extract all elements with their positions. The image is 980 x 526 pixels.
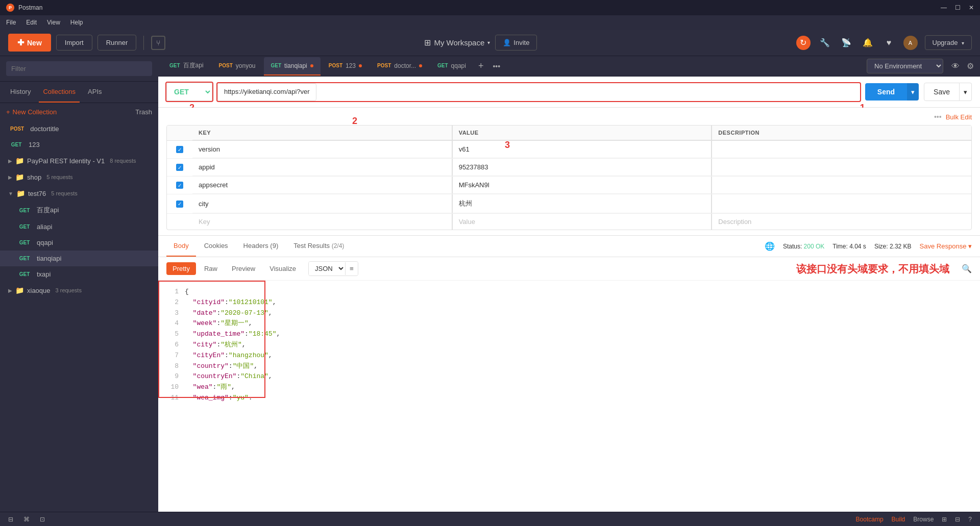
heart-icon[interactable]: ♥	[882, 36, 896, 50]
folder-paypal[interactable]: ▶ 📁 PayPal REST Identity - V1 8 requests	[0, 153, 158, 169]
tool-icon[interactable]: 🔧	[818, 36, 832, 50]
invite-button[interactable]: 👤 Invite	[495, 35, 537, 51]
close-btn[interactable]: ✕	[969, 4, 974, 11]
resp-tab-cookies[interactable]: Cookies	[197, 236, 235, 257]
resp-tab-headers[interactable]: Headers (9)	[236, 236, 286, 257]
satellite-icon[interactable]: 📡	[839, 36, 853, 50]
sidebar-tab-history[interactable]: History	[6, 82, 35, 103]
tab-tianqiapi[interactable]: GET tianqiapi	[264, 57, 321, 76]
list-item[interactable]: POST doctortitle	[0, 121, 158, 137]
list-item[interactable]: GET qqapi	[0, 235, 158, 251]
trash-button[interactable]: Trash	[135, 108, 152, 116]
workspace-label: My Workspace	[434, 38, 484, 47]
avatar[interactable]: A	[903, 36, 918, 50]
list-item[interactable]: GET 百度api	[0, 202, 158, 219]
fork-btn[interactable]: ⑂	[151, 36, 165, 50]
list-item[interactable]: GET aliapi	[0, 219, 158, 235]
menu-edit[interactable]: Edit	[26, 19, 37, 26]
search-input[interactable]	[6, 61, 152, 76]
menu-help[interactable]: Help	[70, 19, 83, 26]
save-response-button[interactable]: Save Response ▾	[920, 242, 972, 250]
tab-name: doctor...	[394, 62, 416, 69]
response-body: Pretty Raw Preview Visualize JSON ≡	[158, 257, 980, 512]
new-collection-button[interactable]: + New Collection	[6, 108, 57, 116]
browse-label[interactable]: Browse	[913, 516, 934, 523]
tab-123[interactable]: POST 123	[322, 57, 369, 76]
json-colon: :	[229, 361, 233, 372]
status-200: 200 OK	[804, 243, 825, 250]
add-tab-button[interactable]: +	[474, 59, 488, 73]
bell-icon[interactable]: 🔔	[861, 36, 875, 50]
split-icon[interactable]: ⊟	[955, 516, 960, 523]
key-appsecret: appsecret	[192, 177, 452, 194]
import-button[interactable]: Import	[56, 35, 92, 51]
resp-tab-tests[interactable]: Test Results (2/4)	[286, 236, 351, 257]
checkbox-appid[interactable]: ✓	[176, 164, 183, 171]
bootcamp-btn[interactable]: Bootcamp	[856, 516, 884, 523]
tab-doctor[interactable]: POST doctor...	[370, 57, 429, 76]
json-colon: :	[244, 329, 249, 340]
list-item-tianqiapi[interactable]: GET tianqiapi	[0, 251, 158, 266]
format-raw-btn[interactable]: Raw	[198, 262, 224, 275]
json-comma: ,	[268, 308, 273, 319]
resp-tab-body[interactable]: Body	[166, 236, 196, 257]
save-button[interactable]: Save	[924, 83, 960, 101]
sort-icon[interactable]: ≡	[345, 262, 358, 275]
minimize-btn[interactable]: —	[941, 4, 947, 11]
build-label[interactable]: Build	[892, 516, 905, 523]
method-badge: POST	[8, 126, 26, 132]
line-number: 10	[166, 382, 179, 393]
folder-xiaoque[interactable]: ▶ 📁 xiaoque 3 requests	[0, 282, 158, 298]
json-colon: :	[229, 393, 233, 404]
environment-select[interactable]: No Environment	[867, 59, 943, 73]
send-dropdown-button[interactable]: ▾	[907, 83, 919, 101]
folder-icon: 📁	[15, 173, 24, 181]
url-input[interactable]	[217, 83, 316, 101]
bulk-edit-button[interactable]: Bulk Edit	[946, 113, 972, 121]
method-select[interactable]: GET	[166, 83, 212, 101]
chevron-right-icon: ▶	[8, 158, 12, 164]
layout-icon[interactable]: ⊟	[8, 516, 13, 523]
console-icon[interactable]: ⌘	[23, 516, 30, 523]
eye-icon[interactable]: 👁	[951, 62, 960, 71]
add-key-placeholder: Key	[192, 214, 452, 230]
layout-grid-icon[interactable]: ⊞	[942, 516, 947, 523]
gear-icon[interactable]: ⚙	[967, 61, 974, 71]
format-preview-btn[interactable]: Preview	[226, 262, 261, 275]
method-label: POST	[219, 63, 233, 68]
upgrade-button[interactable]: Upgrade ▾	[925, 35, 972, 50]
new-button[interactable]: ✚ New	[8, 34, 51, 52]
runner-button[interactable]: Runner	[97, 35, 137, 51]
checkbox-city[interactable]: ✓	[176, 201, 183, 208]
menu-file[interactable]: File	[6, 19, 16, 26]
json-colon: :	[216, 340, 220, 350]
json-comma: ,	[276, 329, 280, 340]
sidebar-tab-collections[interactable]: Collections	[39, 82, 80, 103]
format-preview-label: Preview	[232, 265, 255, 272]
checkbox-version[interactable]: ✓	[176, 146, 183, 153]
search-response-btn[interactable]: 🔍	[962, 264, 972, 273]
send-button[interactable]: Send	[865, 83, 907, 101]
sync-icon[interactable]: ↻	[796, 36, 811, 50]
format-type-select[interactable]: JSON	[309, 262, 345, 275]
help-icon[interactable]: ?	[968, 516, 972, 523]
cookie-icon[interactable]: ⊡	[40, 516, 45, 523]
tab-qqapi[interactable]: GET qqapi	[430, 57, 473, 76]
more-tabs-button[interactable]: •••	[488, 60, 504, 72]
save-dropdown-button[interactable]: ▾	[960, 83, 972, 101]
folder-icon: 📁	[16, 189, 25, 197]
format-pretty-btn[interactable]: Pretty	[166, 262, 196, 275]
folder-test76[interactable]: ▼ 📁 test76 5 requests	[0, 185, 158, 202]
tab-baidu[interactable]: GET 百度api	[162, 56, 211, 76]
workspace-button[interactable]: ⊞ My Workspace ▾	[424, 38, 490, 47]
checkbox-appsecret[interactable]: ✓	[176, 182, 183, 189]
menu-view[interactable]: View	[47, 19, 60, 26]
format-visualize-btn[interactable]: Visualize	[263, 262, 302, 275]
list-item[interactable]: GET 123	[0, 137, 158, 153]
sidebar-tab-apis[interactable]: APIs	[84, 82, 106, 103]
folder-shop[interactable]: ▶ 📁 shop 5 requests	[0, 169, 158, 185]
maximize-btn[interactable]: ☐	[955, 4, 961, 11]
params-more-button[interactable]: •••	[934, 113, 942, 121]
tab-yonyou[interactable]: POST yonyou	[212, 57, 263, 76]
list-item[interactable]: GET txapi	[0, 266, 158, 282]
